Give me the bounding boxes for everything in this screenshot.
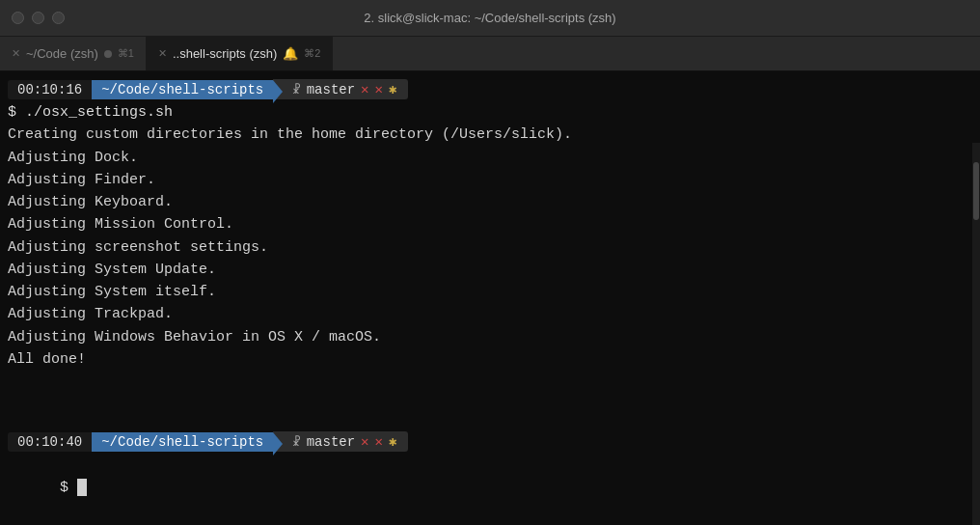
terminal-output: $ ./osx_settings.sh Creating custom dire… (8, 101, 972, 428)
prompt-star-bottom: ✱ (389, 433, 396, 450)
term-line-10: Adjusting Windows Behavior in OS X / mac… (8, 326, 972, 348)
tab2-bell-icon: 🔔 (283, 46, 298, 61)
prompt-branch-bottom: ☧ master ✕ ✕ ✱ (273, 431, 408, 452)
branch-name-bottom: master (307, 434, 355, 450)
scrollbar[interactable] (972, 143, 980, 525)
tab-2[interactable]: ✕ ..shell-scripts (zsh) 🔔 ⌘2 (147, 37, 333, 70)
term-line-0: $ ./osx_settings.sh (8, 101, 972, 124)
tab2-label: ..shell-scripts (zsh) (173, 46, 277, 61)
prompt-x1-bottom: ✕ (361, 433, 368, 450)
minimize-button[interactable] (32, 12, 44, 24)
tab1-close-icon[interactable]: ✕ (12, 47, 20, 60)
final-prompt-text: $ (60, 480, 77, 496)
git-icon-bottom: ☧ (292, 433, 300, 450)
prompt-bar-top: 00:10:16 ~/Code/shell-scripts ☧ master ✕… (8, 79, 972, 99)
prompt-bar-bottom: 00:10:40 ~/Code/shell-scripts ☧ master ✕… (8, 431, 972, 452)
term-line-1: Creating custom directories in the home … (8, 124, 972, 146)
final-prompt-line: $ (8, 454, 972, 521)
tab-bar: ✕ ~/Code (zsh) ⌘1 ✕ ..shell-scripts (zsh… (0, 37, 980, 71)
tab-1[interactable]: ✕ ~/Code (zsh) ⌘1 (0, 37, 147, 70)
title-bar: 2. slick@slick-mac: ~/Code/shell-scripts… (0, 0, 980, 37)
tab2-kbd: ⌘2 (304, 47, 320, 60)
terminal-wrapper: 00:10:16 ~/Code/shell-scripts ☧ master ✕… (0, 71, 980, 525)
term-line-8: Adjusting System itself. (8, 281, 972, 303)
prompt-path-top: ~/Code/shell-scripts (92, 80, 273, 99)
term-line-5: Adjusting Mission Control. (8, 213, 972, 235)
prompt-branch-top: ☧ master ✕ ✕ ✱ (273, 79, 408, 99)
tab1-kbd: ⌘1 (118, 47, 134, 60)
prompt-x2-bottom: ✕ (375, 433, 383, 450)
git-icon-top: ☧ (292, 81, 300, 97)
tab1-dot (104, 50, 112, 58)
prompt-path-bottom: ~/Code/shell-scripts (92, 432, 273, 452)
tab2-close-icon[interactable]: ✕ (158, 47, 167, 60)
term-line-9: Adjusting Trackpad. (8, 303, 972, 325)
window-title: 2. slick@slick-mac: ~/Code/shell-scripts… (364, 11, 615, 25)
close-button[interactable] (12, 12, 24, 24)
branch-name-top: master (307, 82, 355, 97)
prompt-star-top: ✱ (389, 81, 396, 97)
maximize-button[interactable] (52, 12, 65, 24)
term-line-7: Adjusting System Update. (8, 259, 972, 281)
term-line-2: Adjusting Dock. (8, 147, 972, 169)
prompt-time-top: 00:10:16 (8, 80, 92, 99)
term-line-6: Adjusting screenshot settings. (8, 236, 972, 259)
scrollbar-thumb[interactable] (973, 162, 979, 220)
term-line-3: Adjusting Finder. (8, 169, 972, 191)
window-controls (12, 12, 65, 24)
term-line-4: Adjusting Keyboard. (8, 191, 972, 213)
terminal[interactable]: 00:10:16 ~/Code/shell-scripts ☧ master ✕… (0, 71, 980, 525)
term-line-11: All done! (8, 348, 972, 371)
prompt-time-bottom: 00:10:40 (8, 432, 92, 452)
cursor (77, 479, 87, 496)
tab1-label: ~/Code (zsh) (26, 46, 98, 61)
prompt-x2-top: ✕ (375, 81, 383, 97)
prompt-x1-top: ✕ (361, 81, 368, 97)
